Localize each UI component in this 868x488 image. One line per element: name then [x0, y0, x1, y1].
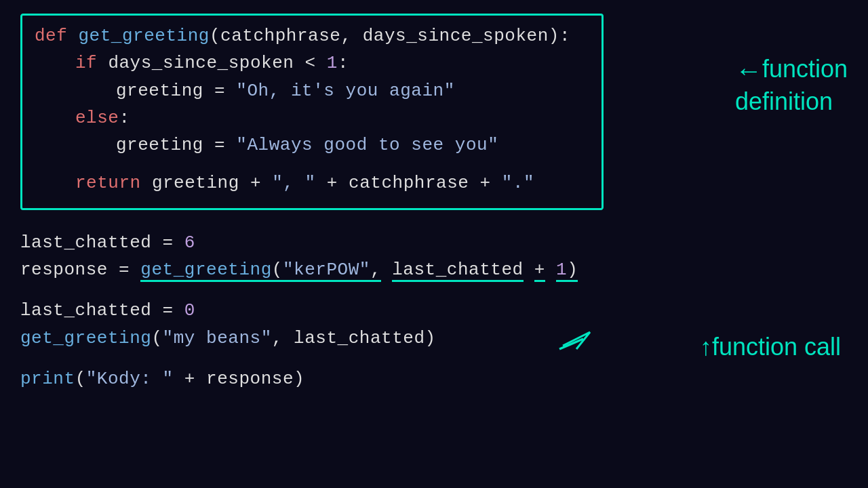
code-line-3: greeting = "Oh, it's you again": [35, 77, 589, 104]
code-outside: last_chatted = 6 response = get_greeting…: [20, 229, 848, 392]
code-line-7: last_chatted = 6: [20, 229, 848, 256]
code-line-8: response = get_greeting("kerPOW", last_c…: [20, 256, 848, 283]
annotation-function-call: ↑function call: [700, 332, 841, 361]
arrow-left-icon: ←: [735, 56, 762, 85]
annotation-function-definition: ←functiondefinition: [735, 54, 848, 117]
code-line-2: if days_since_spoken < 1:: [35, 49, 589, 77]
code-line-6: return greeting + ", " + catchphrase + "…: [35, 169, 589, 197]
code-line-11: print("Kody: " + response): [20, 365, 848, 392]
code-line-9: last_chatted = 0: [20, 297, 848, 324]
code-line-4: else:: [35, 104, 589, 131]
function-definition-box: def get_greeting(catchphrase, days_since…: [20, 14, 604, 210]
code-line-5: greeting = "Always good to see you": [35, 131, 589, 159]
annotation-func-call-text: ↑function call: [700, 333, 841, 361]
code-line-1: def get_greeting(catchphrase, days_since…: [35, 22, 589, 49]
